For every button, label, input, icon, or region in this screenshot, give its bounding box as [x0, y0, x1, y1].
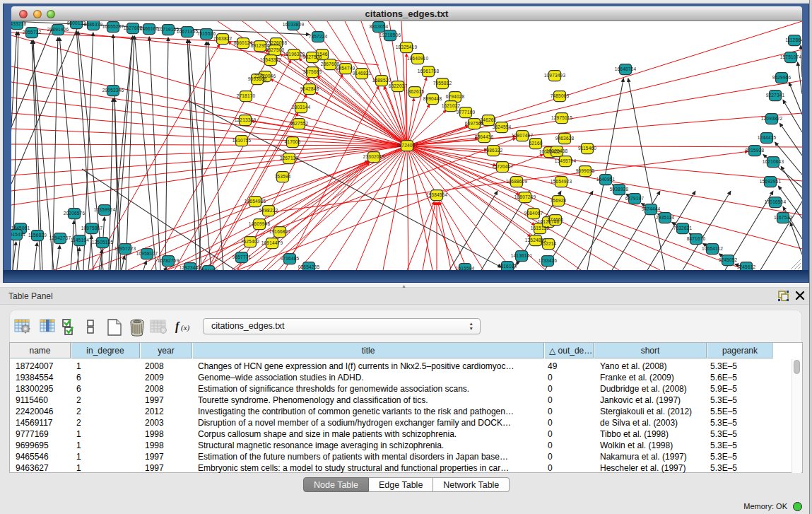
svg-text:14136141: 14136141: [511, 253, 533, 258]
svg-text:19654985: 19654985: [245, 199, 266, 204]
svg-text:1615594: 1615594: [456, 266, 475, 270]
svg-text:9463628: 9463628: [555, 136, 575, 141]
svg-text:1621022: 1621022: [442, 103, 461, 108]
svg-text:16210643: 16210643: [763, 159, 784, 164]
svg-text:16648784: 16648784: [615, 66, 637, 71]
svg-text:16961758: 16961758: [418, 69, 440, 74]
svg-text:9242848: 9242848: [300, 86, 319, 91]
svg-text:20891406: 20891406: [47, 27, 69, 32]
svg-text:14609948: 14609948: [249, 221, 271, 226]
svg-text:1733426: 1733426: [539, 258, 558, 263]
svg-text:9699695: 9699695: [576, 168, 595, 173]
svg-text:10543382: 10543382: [260, 57, 282, 62]
svg-text:8990448: 8990448: [423, 96, 442, 101]
svg-text:9115460: 9115460: [578, 146, 596, 151]
svg-text:16033809: 16033809: [283, 22, 305, 27]
svg-text:1810755: 1810755: [233, 138, 252, 143]
svg-text:10958107: 10958107: [136, 251, 158, 256]
svg-text:9327500: 9327500: [266, 47, 285, 52]
svg-text:12975115: 12975115: [551, 115, 572, 120]
svg-text:10655287: 10655287: [102, 24, 124, 29]
svg-text:9474444: 9474444: [642, 206, 661, 211]
svg-text:1615152: 1615152: [531, 226, 550, 230]
svg-text:10654112: 10654112: [702, 246, 723, 251]
svg-text:8386379: 8386379: [84, 22, 103, 27]
svg-text:10975867: 10975867: [81, 226, 103, 230]
svg-text:17016504: 17016504: [765, 199, 787, 204]
svg-text:18325419: 18325419: [396, 45, 418, 49]
svg-text:9657771: 9657771: [233, 255, 252, 259]
svg-text:6479197: 6479197: [625, 196, 645, 201]
svg-text:1362615: 1362615: [406, 89, 425, 94]
svg-text:7986322: 7986322: [484, 148, 503, 153]
svg-text:12923448: 12923448: [180, 265, 201, 270]
svg-text:9245612: 9245612: [737, 264, 756, 269]
svg-text:1156829: 1156829: [28, 233, 47, 238]
svg-text:1112864: 1112864: [785, 37, 802, 42]
svg-text:16671355: 16671355: [177, 29, 199, 34]
svg-text:8813054: 8813054: [370, 24, 389, 29]
svg-text:8660124: 8660124: [234, 40, 253, 45]
svg-text:746266: 746266: [481, 117, 497, 122]
svg-text:8471676: 8471676: [687, 236, 706, 241]
svg-text:15720407: 15720407: [492, 164, 514, 169]
svg-text:1588520: 1588520: [372, 78, 392, 83]
svg-text:7955812: 7955812: [433, 81, 452, 86]
svg-text:1845061: 1845061: [11, 226, 30, 230]
svg-text:29053346: 29053346: [102, 88, 124, 93]
svg-text:12505135: 12505135: [92, 240, 114, 245]
svg-text:12093822: 12093822: [761, 116, 783, 121]
svg-text:8454749: 8454749: [336, 66, 355, 71]
svg-text:10807487: 10807487: [512, 133, 534, 138]
svg-text:2718170: 2718170: [237, 93, 256, 98]
svg-text:9084067: 9084067: [524, 211, 543, 216]
svg-text:7485063: 7485063: [551, 93, 570, 98]
svg-text:3675685: 3675685: [303, 69, 322, 74]
svg-text:13495794: 13495794: [555, 158, 577, 163]
svg-text:5498222: 5498222: [259, 208, 278, 213]
svg-text:3716485: 3716485: [281, 256, 300, 261]
svg-text:753594: 753594: [275, 174, 291, 179]
svg-text:174666: 174666: [548, 217, 564, 222]
svg-text:17359924: 17359924: [94, 207, 116, 212]
svg-text:10973493: 10973493: [544, 73, 566, 78]
svg-text:12942737: 12942737: [49, 235, 71, 240]
svg-text:5938928: 5938928: [610, 187, 629, 192]
svg-text:9600133: 9600133: [67, 21, 86, 25]
svg-text:3624554: 3624554: [493, 124, 512, 129]
svg-text:62160: 62160: [529, 141, 542, 146]
svg-text:02654235: 02654235: [298, 264, 320, 269]
svg-text:16782759: 16782759: [158, 258, 180, 263]
svg-text:417006: 417006: [285, 139, 301, 144]
svg-text:15654923: 15654923: [551, 179, 572, 184]
svg-text:f: f: [175, 320, 180, 333]
svg-text:23302015: 23302015: [363, 154, 385, 159]
svg-text:1546: 1546: [317, 52, 327, 57]
svg-text:252214: 252214: [541, 241, 557, 246]
svg-text:18196328: 18196328: [283, 52, 305, 57]
svg-text:18724007: 18724007: [396, 143, 418, 148]
svg-text:1167532: 1167532: [774, 215, 792, 220]
svg-text:9146821: 9146821: [353, 71, 372, 76]
svg-text:15692951: 15692951: [760, 179, 782, 184]
svg-text:16914479: 16914479: [261, 240, 283, 245]
svg-text:9529966: 9529966: [772, 75, 792, 80]
svg-text:19166827: 19166827: [269, 229, 291, 234]
svg-text:8427552: 8427552: [290, 121, 309, 126]
svg-text:7625402: 7625402: [241, 239, 260, 244]
svg-text:7357224: 7357224: [309, 34, 328, 39]
svg-text:15751074: 15751074: [780, 54, 802, 59]
svg-text:1145194: 1145194: [71, 238, 89, 243]
svg-text:8215938: 8215938: [746, 148, 765, 153]
svg-text:1640951: 1640951: [596, 177, 616, 182]
svg-text:12213389: 12213389: [235, 117, 257, 122]
svg-text:20206576: 20206576: [64, 211, 86, 216]
svg-text:19384554: 19384554: [426, 192, 448, 197]
svg-text:1244415: 1244415: [758, 135, 777, 140]
svg-text:2803144: 2803144: [292, 105, 311, 110]
svg-text:10688609: 10688609: [506, 179, 528, 184]
svg-text:(x): (x): [181, 323, 190, 332]
svg-text:9093668: 9093668: [248, 76, 267, 81]
svg-text:9777169: 9777169: [457, 110, 476, 115]
svg-text:10025438: 10025438: [546, 148, 568, 153]
